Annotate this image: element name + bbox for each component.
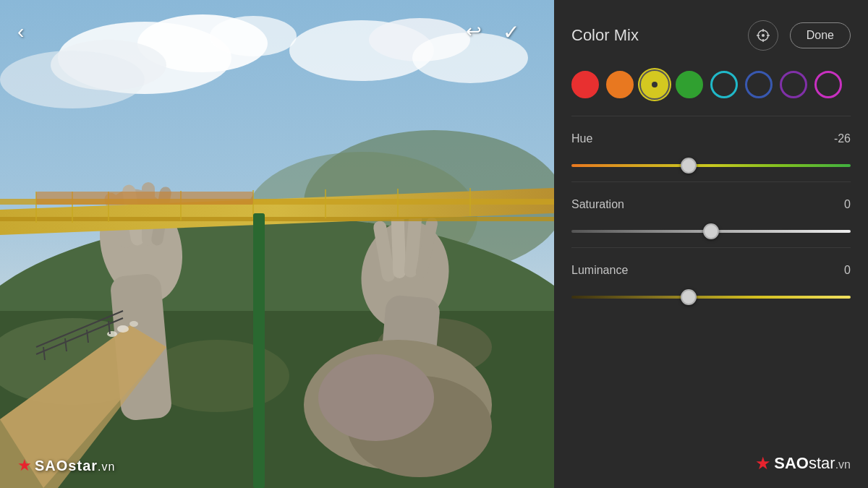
sat-thumb[interactable] [703,223,719,239]
photo-panel: ‹ ↩ ✓ ★ SAOstar.vn [0,0,554,488]
photo-watermark: ★ SAOstar.vn [17,456,115,475]
crosshair-icon [756,28,770,43]
sat-header: Saturation 0 [571,198,851,211]
svg-point-8 [0,51,145,108]
svg-rect-40 [253,213,265,488]
svg-point-43 [117,325,129,333]
hue-track [571,164,851,167]
watermark-text: SAOstar.vn [35,458,115,474]
svg-rect-25 [391,213,406,279]
lum-label: Luminance [571,264,628,277]
color-green[interactable] [676,71,703,98]
panel-header: Color Mix Done [554,0,868,65]
svg-rect-30 [0,217,554,221]
done-button[interactable]: Done [790,22,851,48]
color-circles-row [554,65,868,116]
svg-point-4 [210,16,297,56]
svg-rect-39 [36,192,253,205]
hue-label: Hue [571,132,592,145]
confirm-icon[interactable]: ✓ [503,20,519,44]
panel-bottom: ★ SAOstar.vn [554,313,868,488]
star-icon: ★ [17,456,32,475]
hue-thumb[interactable] [681,158,697,174]
hue-section: Hue -26 [554,116,868,181]
saturation-section: Saturation 0 [554,182,868,247]
hue-header: Hue -26 [571,132,851,145]
right-panel: Color Mix Done [554,0,868,488]
luminance-slider[interactable] [571,287,851,307]
undo-icon[interactable]: ↩ [466,20,482,43]
lum-thumb[interactable] [681,289,697,305]
svg-point-54 [318,354,434,441]
lum-header: Luminance 0 [571,264,851,277]
back-icon[interactable]: ‹ [17,20,24,43]
sao-star-icon: ★ [755,453,771,474]
color-magenta[interactable] [814,71,842,98]
color-purple[interactable] [780,71,807,98]
sat-track [571,230,851,233]
color-red[interactable] [571,71,599,98]
color-orange[interactable] [606,71,634,98]
sao-watermark-text: SAOstar.vn [774,454,851,473]
svg-point-56 [762,34,765,37]
sat-value: 0 [844,198,851,211]
color-yellow[interactable] [641,71,668,98]
saturation-slider[interactable] [571,221,851,241]
color-aqua[interactable] [710,71,738,98]
panel-title: Color Mix [571,26,736,45]
lum-track [571,296,851,299]
target-picker-button[interactable] [748,20,778,51]
svg-point-45 [107,331,117,337]
luminance-section: Luminance 0 [554,248,868,313]
color-blue[interactable] [745,71,773,98]
svg-point-44 [129,321,138,327]
sat-label: Saturation [571,198,624,211]
hue-value: -26 [834,132,851,145]
sao-watermark: ★ SAOstar.vn [755,453,851,474]
hue-slider[interactable] [571,155,851,176]
lum-value: 0 [844,264,851,277]
